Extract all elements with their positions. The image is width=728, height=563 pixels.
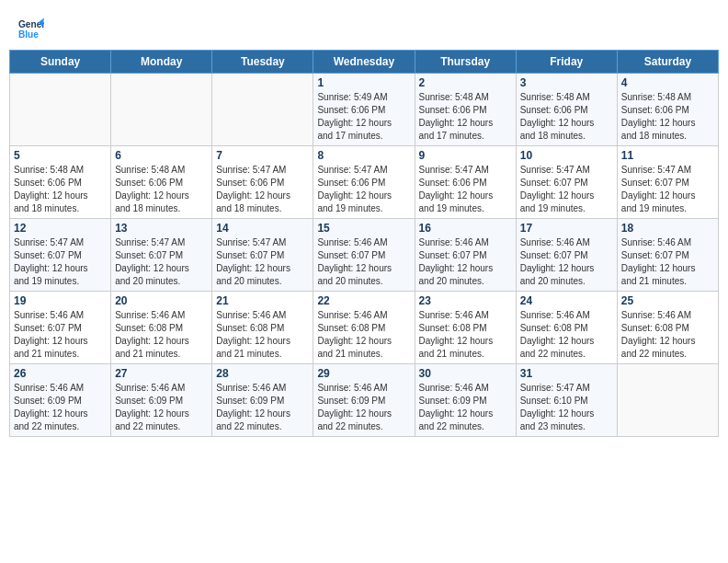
day-info: Sunrise: 5:47 AM Sunset: 6:07 PM Dayligh… bbox=[14, 236, 107, 288]
day-info: Sunrise: 5:47 AM Sunset: 6:07 PM Dayligh… bbox=[520, 164, 613, 215]
day-info: Sunrise: 5:46 AM Sunset: 6:07 PM Dayligh… bbox=[317, 236, 410, 288]
day-number: 12 bbox=[14, 222, 107, 235]
calendar-cell: 29Sunrise: 5:46 AM Sunset: 6:09 PM Dayli… bbox=[313, 364, 415, 437]
dow-header: Monday bbox=[111, 51, 212, 74]
calendar-cell: 12Sunrise: 5:47 AM Sunset: 6:07 PM Dayli… bbox=[10, 219, 111, 292]
day-info: Sunrise: 5:46 AM Sunset: 6:08 PM Dayligh… bbox=[317, 309, 410, 361]
calendar-cell: 15Sunrise: 5:46 AM Sunset: 6:07 PM Dayli… bbox=[313, 219, 415, 292]
calendar-cell: 5Sunrise: 5:48 AM Sunset: 6:06 PM Daylig… bbox=[10, 146, 111, 219]
calendar-cell: 6Sunrise: 5:48 AM Sunset: 6:06 PM Daylig… bbox=[111, 146, 212, 219]
calendar-cell: 20Sunrise: 5:46 AM Sunset: 6:08 PM Dayli… bbox=[111, 292, 212, 364]
day-number: 15 bbox=[317, 222, 410, 235]
day-number: 24 bbox=[520, 294, 613, 307]
day-number: 23 bbox=[419, 294, 512, 307]
calendar-cell: 31Sunrise: 5:47 AM Sunset: 6:10 PM Dayli… bbox=[516, 364, 617, 437]
day-info: Sunrise: 5:48 AM Sunset: 6:06 PM Dayligh… bbox=[520, 91, 613, 143]
day-number: 18 bbox=[621, 222, 714, 235]
days-of-week-row: SundayMondayTuesdayWednesdayThursdayFrid… bbox=[10, 51, 719, 74]
day-number: 3 bbox=[520, 76, 613, 89]
calendar-cell: 23Sunrise: 5:46 AM Sunset: 6:08 PM Dayli… bbox=[415, 292, 516, 364]
day-number: 29 bbox=[317, 367, 410, 380]
day-info: Sunrise: 5:47 AM Sunset: 6:07 PM Dayligh… bbox=[621, 164, 714, 215]
day-number: 2 bbox=[419, 76, 512, 89]
day-info: Sunrise: 5:46 AM Sunset: 6:08 PM Dayligh… bbox=[621, 309, 714, 361]
page-header: General Blue bbox=[9, 9, 719, 44]
day-number: 14 bbox=[216, 222, 309, 235]
calendar-table: SundayMondayTuesdayWednesdayThursdayFrid… bbox=[9, 50, 719, 437]
day-info: Sunrise: 5:47 AM Sunset: 6:07 PM Dayligh… bbox=[216, 236, 309, 288]
day-info: Sunrise: 5:46 AM Sunset: 6:08 PM Dayligh… bbox=[520, 309, 613, 361]
calendar-cell: 28Sunrise: 5:46 AM Sunset: 6:09 PM Dayli… bbox=[212, 364, 313, 437]
day-number: 26 bbox=[14, 367, 107, 380]
day-number: 27 bbox=[115, 367, 208, 380]
dow-header: Sunday bbox=[10, 51, 111, 74]
day-info: Sunrise: 5:48 AM Sunset: 6:06 PM Dayligh… bbox=[14, 164, 107, 215]
calendar-cell: 25Sunrise: 5:46 AM Sunset: 6:08 PM Dayli… bbox=[617, 292, 718, 364]
calendar-cell: 24Sunrise: 5:46 AM Sunset: 6:08 PM Dayli… bbox=[516, 292, 617, 364]
day-number: 16 bbox=[419, 222, 512, 235]
day-number: 25 bbox=[621, 294, 714, 307]
day-info: Sunrise: 5:46 AM Sunset: 6:07 PM Dayligh… bbox=[419, 236, 512, 288]
calendar-week: 12Sunrise: 5:47 AM Sunset: 6:07 PM Dayli… bbox=[10, 219, 719, 292]
day-info: Sunrise: 5:46 AM Sunset: 6:09 PM Dayligh… bbox=[14, 382, 107, 433]
day-info: Sunrise: 5:46 AM Sunset: 6:08 PM Dayligh… bbox=[115, 309, 208, 361]
day-info: Sunrise: 5:47 AM Sunset: 6:06 PM Dayligh… bbox=[419, 164, 512, 215]
day-number: 4 bbox=[621, 76, 714, 89]
day-info: Sunrise: 5:48 AM Sunset: 6:06 PM Dayligh… bbox=[419, 91, 512, 143]
calendar-cell: 14Sunrise: 5:47 AM Sunset: 6:07 PM Dayli… bbox=[212, 219, 313, 292]
calendar-cell: 3Sunrise: 5:48 AM Sunset: 6:06 PM Daylig… bbox=[516, 74, 617, 146]
calendar-cell: 1Sunrise: 5:49 AM Sunset: 6:06 PM Daylig… bbox=[313, 74, 415, 146]
day-info: Sunrise: 5:46 AM Sunset: 6:08 PM Dayligh… bbox=[216, 309, 309, 361]
calendar-cell: 17Sunrise: 5:46 AM Sunset: 6:07 PM Dayli… bbox=[516, 219, 617, 292]
day-info: Sunrise: 5:47 AM Sunset: 6:06 PM Dayligh… bbox=[216, 164, 309, 215]
calendar-cell: 27Sunrise: 5:46 AM Sunset: 6:09 PM Dayli… bbox=[111, 364, 212, 437]
day-info: Sunrise: 5:46 AM Sunset: 6:07 PM Dayligh… bbox=[621, 236, 714, 288]
day-info: Sunrise: 5:46 AM Sunset: 6:09 PM Dayligh… bbox=[216, 382, 309, 433]
day-number: 19 bbox=[14, 294, 107, 307]
dow-header: Thursday bbox=[415, 51, 516, 74]
calendar-cell: 16Sunrise: 5:46 AM Sunset: 6:07 PM Dayli… bbox=[415, 219, 516, 292]
calendar-cell: 30Sunrise: 5:46 AM Sunset: 6:09 PM Dayli… bbox=[415, 364, 516, 437]
dow-header: Tuesday bbox=[212, 51, 313, 74]
calendar-body: 1Sunrise: 5:49 AM Sunset: 6:06 PM Daylig… bbox=[10, 74, 719, 437]
day-info: Sunrise: 5:48 AM Sunset: 6:06 PM Dayligh… bbox=[621, 91, 714, 143]
day-number: 6 bbox=[115, 149, 208, 162]
day-number: 30 bbox=[419, 367, 512, 380]
logo: General Blue bbox=[18, 17, 44, 42]
logo-icon: General Blue bbox=[18, 17, 44, 42]
day-info: Sunrise: 5:46 AM Sunset: 6:09 PM Dayligh… bbox=[317, 382, 410, 433]
calendar-cell: 13Sunrise: 5:47 AM Sunset: 6:07 PM Dayli… bbox=[111, 219, 212, 292]
calendar-cell: 9Sunrise: 5:47 AM Sunset: 6:06 PM Daylig… bbox=[415, 146, 516, 219]
calendar-week: 26Sunrise: 5:46 AM Sunset: 6:09 PM Dayli… bbox=[10, 364, 719, 437]
calendar-cell: 11Sunrise: 5:47 AM Sunset: 6:07 PM Dayli… bbox=[617, 146, 718, 219]
day-info: Sunrise: 5:47 AM Sunset: 6:06 PM Dayligh… bbox=[317, 164, 410, 215]
calendar-cell bbox=[617, 364, 718, 437]
day-info: Sunrise: 5:46 AM Sunset: 6:07 PM Dayligh… bbox=[520, 236, 613, 288]
day-info: Sunrise: 5:46 AM Sunset: 6:09 PM Dayligh… bbox=[419, 382, 512, 433]
day-number: 9 bbox=[419, 149, 512, 162]
calendar-week: 5Sunrise: 5:48 AM Sunset: 6:06 PM Daylig… bbox=[10, 146, 719, 219]
calendar-cell bbox=[10, 74, 111, 146]
day-number: 1 bbox=[317, 76, 410, 89]
dow-header: Saturday bbox=[617, 51, 718, 74]
day-info: Sunrise: 5:48 AM Sunset: 6:06 PM Dayligh… bbox=[115, 164, 208, 215]
day-number: 5 bbox=[14, 149, 107, 162]
calendar-cell: 4Sunrise: 5:48 AM Sunset: 6:06 PM Daylig… bbox=[617, 74, 718, 146]
day-number: 10 bbox=[520, 149, 613, 162]
day-number: 20 bbox=[115, 294, 208, 307]
calendar-cell bbox=[111, 74, 212, 146]
day-info: Sunrise: 5:49 AM Sunset: 6:06 PM Dayligh… bbox=[317, 91, 410, 143]
calendar-cell: 26Sunrise: 5:46 AM Sunset: 6:09 PM Dayli… bbox=[10, 364, 111, 437]
day-info: Sunrise: 5:46 AM Sunset: 6:09 PM Dayligh… bbox=[115, 382, 208, 433]
calendar-week: 19Sunrise: 5:46 AM Sunset: 6:07 PM Dayli… bbox=[10, 292, 719, 364]
calendar-cell: 8Sunrise: 5:47 AM Sunset: 6:06 PM Daylig… bbox=[313, 146, 415, 219]
calendar-week: 1Sunrise: 5:49 AM Sunset: 6:06 PM Daylig… bbox=[10, 74, 719, 146]
day-number: 31 bbox=[520, 367, 613, 380]
calendar-cell: 22Sunrise: 5:46 AM Sunset: 6:08 PM Dayli… bbox=[313, 292, 415, 364]
day-info: Sunrise: 5:46 AM Sunset: 6:08 PM Dayligh… bbox=[419, 309, 512, 361]
calendar-cell: 19Sunrise: 5:46 AM Sunset: 6:07 PM Dayli… bbox=[10, 292, 111, 364]
calendar-cell: 21Sunrise: 5:46 AM Sunset: 6:08 PM Dayli… bbox=[212, 292, 313, 364]
day-number: 21 bbox=[216, 294, 309, 307]
calendar-cell: 18Sunrise: 5:46 AM Sunset: 6:07 PM Dayli… bbox=[617, 219, 718, 292]
day-info: Sunrise: 5:46 AM Sunset: 6:07 PM Dayligh… bbox=[14, 309, 107, 361]
